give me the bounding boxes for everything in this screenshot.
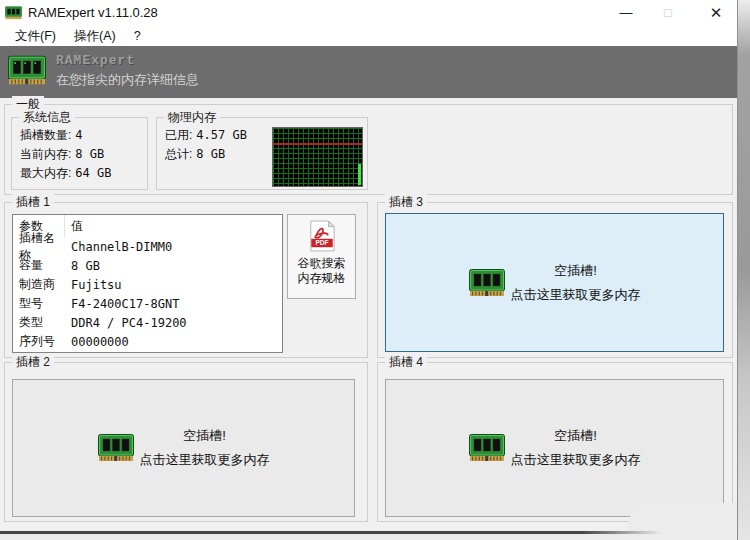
group-physical-memory-label: 物理内存: [164, 109, 220, 126]
slot1-detail-table[interactable]: 参数 值 插槽名称ChannelB-DIMM0 容量8 GB 制造商Fujits…: [12, 214, 283, 353]
banner-subtitle: 在您指尖的内存详细信息: [56, 71, 199, 89]
info-row-total-memory: 总计:8 GB: [165, 145, 247, 164]
empty-slot-hint: 点击这里获取更多内存: [140, 451, 270, 469]
menu-item-file[interactable]: 文件(F): [6, 26, 65, 46]
background-window-corner: [627, 503, 737, 531]
info-row-max-memory: 最大内存:64 GB: [20, 164, 111, 183]
empty-slot-title: 空插槽!: [140, 427, 270, 445]
group-general: 一般 系统信息 插槽数量:4 当前内存:8 GB 最大内存:64 GB 物理内存…: [4, 104, 733, 195]
table-row: 类型DDR4 / PC4-19200: [13, 313, 282, 332]
empty-slot-hint: 点击这里获取更多内存: [511, 286, 641, 304]
group-slot-1: 插槽 1 参数 值 插槽名称ChannelB-DIMM0 容量8 GB 制造商F…: [4, 202, 368, 358]
system-info-list: 插槽数量:4 当前内存:8 GB 最大内存:64 GB: [20, 126, 111, 183]
graph-used-level-line: [273, 143, 362, 145]
svg-text:PDF: PDF: [315, 239, 328, 246]
group-slot-3: 插槽 3 空插槽! 点击这里获取更多内存: [377, 202, 733, 358]
slot2-empty-panel[interactable]: 空插槽! 点击这里获取更多内存: [12, 379, 355, 517]
physical-memory-list: 已用:4.57 GB 总计:8 GB: [165, 126, 247, 164]
maximize-button[interactable]: □: [648, 0, 688, 26]
pdf-button-label-line2: 内存规格: [288, 271, 355, 286]
minimize-button[interactable]: —: [606, 0, 646, 26]
banner-ram-icon: [8, 55, 46, 90]
table-header-value: 值: [65, 218, 282, 235]
group-slot-2-label: 插槽 2: [12, 354, 54, 371]
window-bottom-edge: [0, 531, 662, 534]
empty-slot-title: 空插槽!: [511, 262, 641, 280]
slot4-empty-panel[interactable]: 空插槽! 点击这里获取更多内存: [385, 379, 724, 517]
header-banner: RAMExpert 在您指尖的内存详细信息: [0, 46, 737, 98]
group-slot-3-label: 插槽 3: [385, 194, 427, 211]
app-ram-icon: [5, 6, 22, 24]
pdf-button-label-line1: 谷歌搜索: [288, 256, 355, 271]
group-slot-1-label: 插槽 1: [12, 194, 54, 211]
pdf-icon: PDF: [308, 220, 336, 252]
google-search-specs-button[interactable]: PDF 谷歌搜索 内存规格: [287, 214, 356, 299]
table-row: 型号F4-2400C17-8GNT: [13, 294, 282, 313]
menu-item-action[interactable]: 操作(A): [65, 26, 125, 46]
info-row-used-memory: 已用:4.57 GB: [165, 126, 247, 145]
ram-icon: [469, 434, 505, 462]
info-row-current-memory: 当前内存:8 GB: [20, 145, 111, 164]
group-slot-4-label: 插槽 4: [385, 354, 427, 371]
menubar: 文件(F) 操作(A) ?: [0, 26, 737, 46]
table-row: 插槽名称ChannelB-DIMM0: [13, 237, 282, 256]
ram-icon: [98, 434, 134, 462]
ram-icon: [469, 269, 505, 297]
info-row-slot-count: 插槽数量:4: [20, 126, 111, 145]
group-slot-2: 插槽 2 空插槽! 点击这里获取更多内存: [4, 362, 368, 522]
right-background-strip: [737, 0, 750, 540]
group-physical-memory: 物理内存 已用:4.57 GB 总计:8 GB: [156, 117, 368, 190]
group-system-info: 系统信息 插槽数量:4 当前内存:8 GB 最大内存:64 GB: [11, 117, 148, 190]
table-row: 容量8 GB: [13, 256, 282, 275]
table-row: 序列号00000000: [13, 332, 282, 351]
empty-slot-hint: 点击这里获取更多内存: [511, 451, 641, 469]
close-button[interactable]: ✕: [696, 0, 736, 26]
memory-usage-graph: [272, 127, 363, 187]
window-title: RAMExpert v1.11.0.28: [28, 0, 158, 26]
group-system-info-label: 系统信息: [19, 109, 75, 126]
app-window: RAMExpert v1.11.0.28 — □ ✕ 文件(F) 操作(A) ?: [0, 0, 737, 531]
banner-title: RAMExpert: [56, 53, 135, 68]
slot3-empty-panel[interactable]: 空插槽! 点击这里获取更多内存: [385, 213, 724, 352]
empty-slot-title: 空插槽!: [511, 427, 641, 445]
group-slot-4: 插槽 4 空插槽! 点击这里获取更多内存: [377, 362, 733, 522]
graph-grid: [273, 128, 362, 186]
graph-activity-line: [358, 164, 361, 185]
menu-item-help[interactable]: ?: [125, 26, 150, 46]
table-row: 制造商Fujitsu: [13, 275, 282, 294]
titlebar: RAMExpert v1.11.0.28 — □ ✕: [0, 0, 737, 26]
